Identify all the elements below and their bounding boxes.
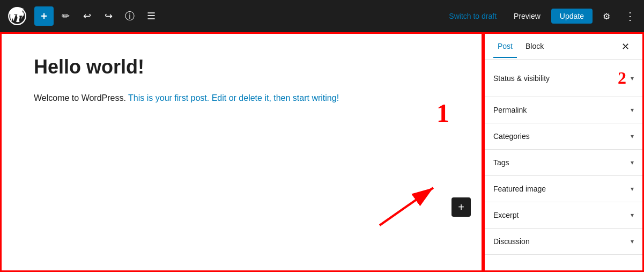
sidebar-section-categories[interactable]: Categories ▾ [485,123,642,150]
editor-area[interactable]: Hello world! Welcome to WordPress. This … [0,32,483,272]
chevron-down-icon: ▾ [631,211,634,219]
sidebar-section-status[interactable]: Status & visibility 2 ▾ [485,60,642,97]
sidebar-section-permalink[interactable]: Permalink ▾ [485,97,642,123]
info-button[interactable]: ⓘ [120,6,139,26]
add-block-toolbar-button[interactable]: + [34,6,54,26]
list-icon: ☰ [147,10,156,22]
more-options-button[interactable]: ⋮ [620,6,640,26]
sidebar-section-discussion[interactable]: Discussion ▾ [485,229,642,255]
arrow-annotation [364,177,449,233]
chevron-down-icon: ▾ [631,185,634,193]
sidebar-section-featured-image[interactable]: Featured image ▾ [485,176,642,202]
post-title: Hello world! [34,55,449,78]
svg-line-2 [380,188,433,225]
post-content-text: Welcome to WordPress. [34,93,128,102]
more-icon: ⋮ [625,10,635,23]
toolbar: + ✏ ↩ ↪ ⓘ ☰ Switch to draft Preview Upda… [0,0,644,32]
add-block-editor-button[interactable]: + [451,197,471,217]
chevron-down-icon: ▾ [631,159,634,166]
sidebar-section-featured-image-label: Featured image [493,185,546,193]
update-button[interactable]: Update [551,9,593,24]
redo-icon: ↪ [105,10,113,22]
wp-logo[interactable] [4,0,30,32]
tab-post[interactable]: Post [493,35,517,58]
chevron-down-icon: ▾ [631,75,634,82]
info-icon: ⓘ [125,10,135,23]
sidebar-section-discussion-label: Discussion [493,237,530,246]
settings-icon: ⚙ [603,11,610,21]
annotation-2: 2 [618,68,626,88]
settings-button[interactable]: ⚙ [597,6,616,26]
chevron-down-icon: ▾ [631,238,634,245]
chevron-down-icon: ▾ [631,133,634,140]
toolbar-right: Switch to draft Preview Update ⚙ ⋮ [442,6,640,26]
post-content: Welcome to WordPress. This is your first… [34,91,449,105]
sidebar-section-tags-label: Tags [493,158,509,167]
sidebar-section-excerpt-label: Excerpt [493,211,519,219]
list-view-button[interactable]: ☰ [142,6,161,26]
main-layout: Hello world! Welcome to WordPress. This … [0,32,644,272]
switch-to-draft-button[interactable]: Switch to draft [442,9,503,24]
sidebar-section-excerpt[interactable]: Excerpt ▾ [485,202,642,229]
undo-button[interactable]: ↩ [77,6,97,26]
edit-button[interactable]: ✏ [56,6,75,26]
sidebar: Post Block ✕ Status & visibility 2 ▾ Per… [483,32,644,272]
sidebar-section-tags[interactable]: Tags ▾ [485,150,642,176]
chevron-down-icon: ▾ [631,106,634,114]
undo-icon: ↩ [83,10,91,22]
annotation-1: 1 [436,98,449,128]
post-content-link[interactable]: This is your first post. Edit or delete … [128,93,339,102]
sidebar-section-categories-label: Categories [493,132,530,141]
pencil-icon: ✏ [62,10,70,22]
redo-button[interactable]: ↪ [99,6,118,26]
preview-button[interactable]: Preview [507,9,547,24]
tab-block[interactable]: Block [521,35,548,58]
sidebar-section-status-label: Status & visibility [493,74,550,83]
sidebar-header: Post Block ✕ [485,34,642,60]
sidebar-section-permalink-label: Permalink [493,106,527,114]
sidebar-close-button[interactable]: ✕ [617,38,634,55]
